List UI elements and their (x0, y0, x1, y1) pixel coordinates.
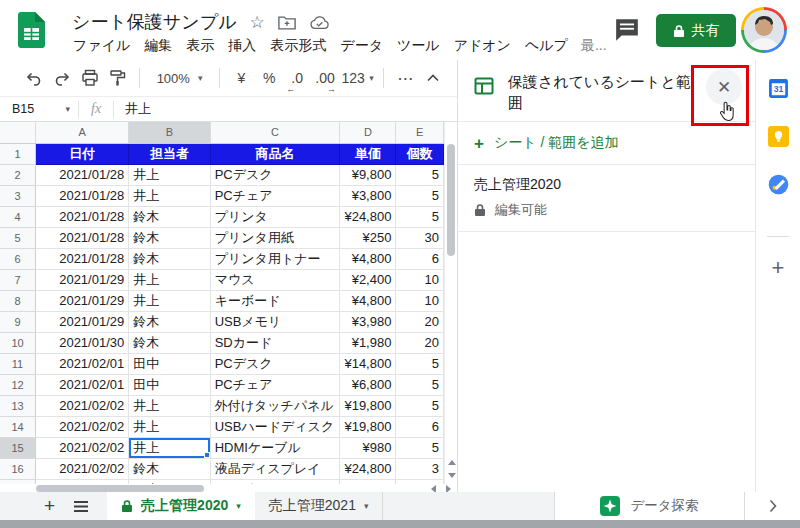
cell-A15[interactable]: 2021/02/02 (36, 437, 129, 458)
sheets-logo[interactable] (18, 12, 45, 48)
explore-button[interactable]: データ探索 (554, 492, 744, 520)
get-add-ons-button[interactable]: + (772, 257, 785, 279)
cell-A4[interactable]: 2021/01/28 (36, 206, 129, 227)
column-header-D[interactable]: D (340, 122, 396, 143)
add-sheet-range-link[interactable]: + シート / 範囲を追加 (458, 122, 755, 165)
row-header-11[interactable]: 11 (0, 353, 36, 374)
calendar-icon[interactable]: 31 (768, 78, 789, 99)
cell-C3[interactable]: PCチェア (210, 185, 340, 206)
cell-C13[interactable]: 外付けタッチパネル (210, 395, 340, 416)
keep-icon[interactable] (768, 126, 789, 147)
name-box[interactable]: B15 ▾ (0, 102, 78, 116)
cell-C7[interactable]: マウス (210, 269, 340, 290)
row-header-12[interactable]: 12 (0, 374, 36, 395)
cell-A7[interactable]: 2021/01/29 (36, 269, 129, 290)
expand-panel-chevron[interactable] (744, 492, 800, 520)
menu-item[interactable]: 表示 (179, 35, 221, 57)
decrease-decimal-button[interactable]: .0 ← (283, 64, 311, 92)
cell-B1[interactable]: 担当者 (129, 143, 210, 164)
row-header-13[interactable]: 13 (0, 395, 36, 416)
cell-A3[interactable]: 2021/01/28 (36, 185, 129, 206)
move-to-folder-icon[interactable] (278, 15, 296, 30)
row-header-6[interactable]: 6 (0, 248, 36, 269)
cell-A12[interactable]: 2021/02/01 (36, 374, 129, 395)
cell-B7[interactable]: 井上 (129, 269, 210, 290)
avatar[interactable] (741, 7, 787, 53)
add-sheet-button[interactable]: + (44, 492, 55, 520)
cell-A5[interactable]: 2021/01/28 (36, 227, 129, 248)
star-icon[interactable]: ☆ (250, 14, 265, 31)
cell-B8[interactable]: 井上 (129, 290, 210, 311)
cell-E16[interactable]: 3 (396, 458, 444, 479)
cell-C2[interactable]: PCデスク (210, 164, 340, 185)
share-button[interactable]: 共有 (656, 14, 736, 47)
cell-E12[interactable]: 5 (396, 374, 444, 395)
row-header-16[interactable]: 16 (0, 458, 36, 479)
zoom-select[interactable]: 100% ▾ (147, 65, 213, 91)
tasks-icon[interactable] (768, 174, 789, 195)
collapse-toolbar-button[interactable] (419, 64, 447, 92)
cell-C4[interactable]: プリンタ (210, 206, 340, 227)
paint-format-button[interactable] (104, 64, 132, 92)
increase-decimal-button[interactable]: .00 → (311, 64, 339, 92)
cell-D7[interactable]: ¥2,400 (340, 269, 396, 290)
cell-E14[interactable]: 6 (396, 416, 444, 437)
redo-button[interactable] (48, 64, 76, 92)
cell-A6[interactable]: 2021/01/28 (36, 248, 129, 269)
cell-A8[interactable]: 2021/01/29 (36, 290, 129, 311)
horizontal-scrollbar-thumb[interactable] (36, 485, 204, 492)
protected-entry[interactable]: 売上管理2020 編集可能 (458, 165, 755, 232)
all-sheets-button[interactable] (73, 492, 89, 520)
cell-E13[interactable]: 5 (396, 395, 444, 416)
column-header-C[interactable]: C (210, 122, 340, 143)
row-header-2[interactable]: 2 (0, 164, 36, 185)
row-header-7[interactable]: 7 (0, 269, 36, 290)
cell-A14[interactable]: 2021/02/02 (36, 416, 129, 437)
menu-item[interactable]: データ (333, 35, 390, 57)
menu-item[interactable]: 編集 (137, 35, 179, 57)
cell-A13[interactable]: 2021/02/02 (36, 395, 129, 416)
cell-D11[interactable]: ¥14,800 (340, 353, 396, 374)
cell-B15[interactable]: 井上 (129, 437, 210, 458)
cell-D12[interactable]: ¥6,800 (340, 374, 396, 395)
cell-E3[interactable]: 5 (396, 185, 444, 206)
cell-E5[interactable]: 30 (396, 227, 444, 248)
cell-C10[interactable]: SDカード (210, 332, 340, 353)
cell-B13[interactable]: 井上 (129, 395, 210, 416)
currency-format-button[interactable]: ¥ (227, 64, 255, 92)
row-header-4[interactable]: 4 (0, 206, 36, 227)
row-header-9[interactable]: 9 (0, 311, 36, 332)
cell-E1[interactable]: 個数 (396, 143, 444, 164)
cell-C11[interactable]: PCデスク (210, 353, 340, 374)
cell-C1[interactable]: 商品名 (210, 143, 340, 164)
cell-D9[interactable]: ¥3,980 (340, 311, 396, 332)
sheet-tab[interactable]: 売上管理2021 ▾ (255, 492, 384, 520)
document-title[interactable]: シート保護サンプル (72, 10, 237, 34)
row-header-3[interactable]: 3 (0, 185, 36, 206)
cell-C8[interactable]: キーボード (210, 290, 340, 311)
menu-item[interactable]: 表示形式 (263, 35, 333, 57)
cell-B10[interactable]: 鈴木 (129, 332, 210, 353)
vertical-scrollbar[interactable] (444, 122, 458, 484)
cell-E7[interactable]: 10 (396, 269, 444, 290)
print-button[interactable] (76, 64, 104, 92)
cell-E9[interactable]: 20 (396, 311, 444, 332)
cell-C5[interactable]: プリンタ用紙 (210, 227, 340, 248)
cell-B12[interactable]: 田中 (129, 374, 210, 395)
more-formats-button[interactable]: 123 ▾ (339, 64, 376, 92)
cell-C15[interactable]: HDMIケーブル (210, 437, 340, 458)
menu-item[interactable]: 挿入 (221, 35, 263, 57)
percent-format-button[interactable]: % (255, 64, 283, 92)
cell-A9[interactable]: 2021/01/29 (36, 311, 129, 332)
cell-A1[interactable]: 日付 (36, 143, 129, 164)
column-header-A[interactable]: A (36, 122, 129, 143)
cell-E8[interactable]: 10 (396, 290, 444, 311)
spreadsheet-grid[interactable]: ABCDE1日付担当者商品名単価個数22021/01/28井上PCデスク¥9,8… (0, 122, 444, 484)
cell-D1[interactable]: 単価 (340, 143, 396, 164)
cell-D3[interactable]: ¥3,800 (340, 185, 396, 206)
cell-A11[interactable]: 2021/02/01 (36, 353, 129, 374)
cell-B11[interactable]: 田中 (129, 353, 210, 374)
cell-A16[interactable]: 2021/02/02 (36, 458, 129, 479)
menu-item[interactable]: アドオン (447, 35, 518, 57)
cell-B3[interactable]: 井上 (129, 185, 210, 206)
